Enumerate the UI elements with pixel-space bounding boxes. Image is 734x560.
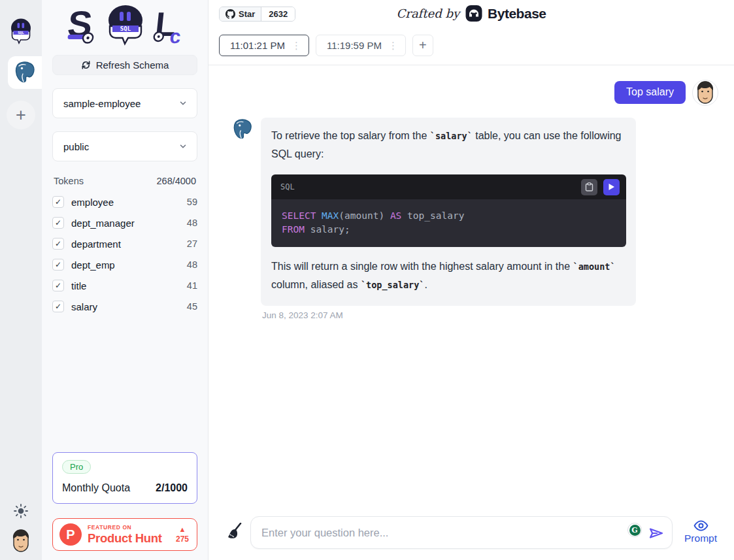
table-token-count: 48 <box>187 218 197 228</box>
postgres-assistant-avatar <box>232 119 253 140</box>
sqlchat-logo: S SQL L c <box>61 4 189 46</box>
upvote-icon: ▲ <box>176 526 189 533</box>
github-icon <box>225 9 235 19</box>
clear-conversation-broom-icon[interactable] <box>227 523 242 540</box>
sql-code: SELECT MAX(amount) AS top_salaryFROM sal… <box>271 199 626 247</box>
table-checkbox[interactable]: ✓ <box>52 238 64 250</box>
chat-area: Top salary To retrieve t <box>209 65 734 560</box>
play-icon <box>608 183 615 191</box>
table-checkbox[interactable]: ✓ <box>52 259 64 271</box>
product-hunt-votes: ▲ 275 <box>176 526 189 544</box>
sql-code-block: SQL <box>271 174 626 247</box>
quota-value: 2/1000 <box>156 482 188 494</box>
bytebase-icon <box>465 5 482 22</box>
inline-code: `top_salary` <box>361 280 425 290</box>
schema-sidebar: S SQL L c Refresh Schema sample-employee <box>42 0 209 560</box>
connection-postgres-selected[interactable] <box>8 56 42 89</box>
table-token-count: 59 <box>187 197 197 207</box>
code-block-header: SQL <box>271 174 626 199</box>
eye-icon <box>693 520 709 531</box>
crafted-by-bytebase[interactable]: Crafted by Bytebase <box>397 5 546 22</box>
table-checkbox[interactable]: ✓ <box>52 301 64 312</box>
svg-text:c: c <box>169 25 182 46</box>
star-label: Star <box>239 9 255 19</box>
inline-code: `amount` <box>573 261 616 272</box>
crafted-by-label: Crafted by <box>397 7 460 20</box>
message-timestamp: Jun 8, 2023 2:07 AM <box>262 310 636 320</box>
tab-label: 11:01:21 PM <box>230 40 285 51</box>
table-name: title <box>71 280 187 291</box>
table-name: dept_manager <box>71 218 187 229</box>
assistant-outro-text: This will return a single row with the h… <box>271 257 622 294</box>
chat-main: Star 2632 Crafted by Bytebase 11:01:21 P… <box>209 0 734 560</box>
tokens-row: Tokens 268/4000 <box>54 176 196 186</box>
table-row: ✓ department 27 <box>52 233 197 254</box>
pro-badge: Pro <box>62 460 91 474</box>
conversation-tab[interactable]: 11:19:59 PM ⋮ <box>316 35 406 56</box>
run-query-button[interactable] <box>603 179 620 195</box>
upvote-count: 275 <box>176 535 189 544</box>
product-hunt-icon: P <box>59 523 82 546</box>
product-hunt-badge[interactable]: P FEATURED ON Product Hunt ▲ 275 <box>52 518 197 551</box>
assistant-message-row: To retrieve the top salary from the `sal… <box>232 118 718 320</box>
prompt-button[interactable]: Prompt <box>680 520 721 544</box>
product-hunt-featured-label: FEATURED ON <box>88 524 170 531</box>
composer: G Prompt <box>209 510 734 560</box>
table-name: employee <box>71 197 187 208</box>
table-row: ✓ dept_manager 48 <box>52 212 197 233</box>
refresh-schema-button[interactable]: Refresh Schema <box>52 55 197 75</box>
svg-text:SQL: SQL <box>18 31 24 35</box>
add-connection-button[interactable]: + <box>7 101 35 129</box>
assistant-message-bubble: To retrieve the top salary from the `sal… <box>261 118 636 306</box>
conversation-tabs: 11:01:21 PM ⋮ 11:19:59 PM ⋮ + <box>209 29 734 65</box>
table-token-count: 45 <box>187 301 197 312</box>
new-conversation-button[interactable]: + <box>412 35 433 56</box>
database-select[interactable]: sample-employee <box>52 88 197 118</box>
question-input[interactable] <box>261 527 622 539</box>
profile-avatar[interactable] <box>10 529 32 553</box>
refresh-schema-label: Refresh Schema <box>96 59 169 71</box>
table-checkbox[interactable]: ✓ <box>52 217 64 229</box>
table-row: ✓ dept_emp 48 <box>52 254 197 275</box>
refresh-icon <box>81 60 91 70</box>
code-language-label: SQL <box>280 178 295 196</box>
prompt-label: Prompt <box>684 533 717 544</box>
copy-code-button[interactable] <box>581 179 597 195</box>
tab-menu-icon[interactable]: ⋮ <box>290 40 303 52</box>
star-count: 2632 <box>261 7 295 21</box>
clipboard-icon <box>585 182 593 191</box>
grammarly-icon[interactable]: G <box>627 523 642 537</box>
product-hunt-name: Product Hunt <box>88 531 170 546</box>
table-name: department <box>71 239 187 250</box>
schema-select-value: public <box>63 141 89 152</box>
tab-menu-icon[interactable]: ⋮ <box>386 40 400 52</box>
schema-select[interactable]: public <box>52 131 197 161</box>
table-checkbox[interactable]: ✓ <box>52 280 64 291</box>
github-star-button[interactable]: Star 2632 <box>219 7 295 22</box>
tab-label: 11:19:59 PM <box>327 40 382 51</box>
database-select-value: sample-employee <box>63 98 141 109</box>
inline-code: `salary` <box>430 131 473 141</box>
table-name: dept_emp <box>71 259 187 271</box>
user-message-row: Top salary <box>232 80 718 106</box>
connection-rail: SQL + <box>0 0 42 560</box>
send-icon <box>648 525 664 541</box>
send-button[interactable] <box>648 525 664 543</box>
user-avatar <box>692 80 718 106</box>
bytebase-brand: Bytebase <box>488 6 546 22</box>
svg-text:SQL: SQL <box>120 25 131 32</box>
assistant-intro-text: To retrieve the top salary from the `sal… <box>271 127 622 163</box>
sqlchat-bot-icon[interactable]: SQL <box>8 17 33 44</box>
table-token-count: 27 <box>187 239 197 249</box>
theme-toggle-sun-icon[interactable] <box>14 504 28 518</box>
conversation-tab-active[interactable]: 11:01:21 PM ⋮ <box>219 35 309 56</box>
table-row: ✓ title 41 <box>52 275 197 296</box>
chevron-down-icon <box>178 99 188 108</box>
quota-label: Monthly Quota <box>62 482 130 494</box>
tokens-label: Tokens <box>54 176 84 186</box>
user-message-bubble: Top salary <box>614 81 686 104</box>
quota-card: Pro Monthly Quota 2/1000 <box>52 452 197 504</box>
question-input-wrap: G <box>250 516 673 549</box>
table-checkbox[interactable]: ✓ <box>52 196 64 208</box>
table-row: ✓ employee 59 <box>52 191 197 212</box>
